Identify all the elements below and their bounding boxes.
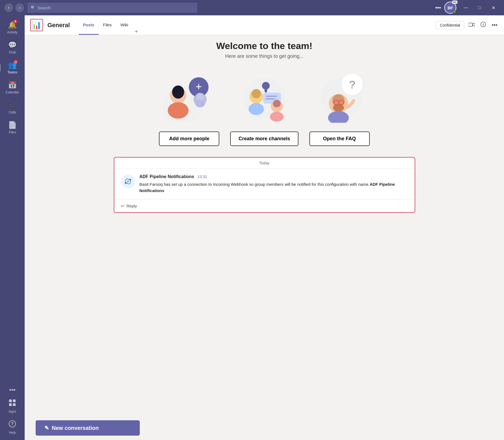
close-button[interactable]: ✕	[487, 3, 500, 12]
action-row: Add more people Create more channels Ope…	[36, 132, 493, 146]
sidebar-label-apps: Apps	[8, 410, 16, 413]
search-bar[interactable]: 🔍 Search	[27, 3, 197, 13]
svg-point-11	[168, 102, 189, 119]
message-section: Today	[114, 157, 415, 213]
reply-section[interactable]: ↩ Reply	[114, 199, 415, 212]
svg-rect-2	[9, 403, 12, 406]
new-conversation-icon: ✎	[44, 425, 49, 431]
message-sender: ADF Pipeline Notifications	[139, 174, 194, 179]
new-conversation-label: New conversation	[52, 425, 99, 431]
illustration-row: +	[36, 68, 493, 123]
title-bar: ‹ › 🔍 Search ••• BF MS — □ ✕	[0, 0, 504, 15]
svg-rect-3	[13, 403, 16, 406]
illustration-create-channels	[234, 68, 295, 123]
channel-name: General	[47, 22, 70, 29]
sidebar-item-activity[interactable]: 🔔 8 Activity	[1, 18, 23, 37]
window-controls: — □ ✕	[460, 3, 500, 12]
video-call-button[interactable]	[468, 21, 476, 29]
svg-point-21	[252, 89, 261, 98]
svg-point-16	[196, 93, 204, 101]
sidebar-item-calendar[interactable]: 📅 Calendar	[1, 78, 23, 97]
svg-point-45	[127, 181, 129, 182]
sidebar-bottom: Apps ? Help	[1, 396, 23, 438]
titlebar-more-button[interactable]: •••	[435, 5, 441, 11]
new-conversation-bar: ✎ New conversation	[25, 416, 504, 440]
sidebar-item-apps[interactable]: Apps	[1, 396, 23, 416]
svg-text:?: ?	[11, 422, 14, 426]
teams-icon: 👥 @	[8, 61, 17, 69]
sidebar-label-help: Help	[9, 431, 16, 435]
help-icon: ?	[8, 420, 16, 430]
tab-files[interactable]: Files	[99, 15, 116, 35]
channel-header-right: Confidential i •••	[436, 20, 499, 30]
illustration-add-people: +	[158, 68, 218, 123]
sidebar-item-files[interactable]: 📄 Files	[1, 118, 23, 137]
svg-text:i: i	[483, 22, 484, 27]
more-apps-dots[interactable]: •••	[7, 384, 18, 396]
apps-icon	[8, 399, 16, 408]
add-people-svg: +	[158, 68, 218, 123]
sidebar-label-teams: Teams	[7, 70, 17, 74]
message-header: ADF Pipeline Notifications 13:31	[139, 174, 408, 179]
welcome-subtitle: Here are some things to get going...	[36, 53, 493, 59]
tab-wiki[interactable]: Wiki	[116, 15, 132, 35]
message-text: Basit Farooq has set up a connection to …	[139, 181, 408, 194]
svg-rect-6	[469, 23, 472, 26]
sidebar-label-chat: Chat	[9, 50, 16, 54]
maximize-button[interactable]: □	[473, 3, 486, 12]
main-content: Welcome to the team! Here are some thing…	[25, 35, 504, 416]
svg-point-20	[249, 103, 264, 115]
svg-text:+: +	[195, 81, 202, 93]
sidebar-label-calendar: Calendar	[6, 90, 19, 94]
back-button[interactable]: ‹	[4, 3, 13, 12]
online-indicator	[453, 10, 456, 13]
search-placeholder: Search	[38, 5, 51, 10]
nav-buttons: ‹ ›	[4, 3, 24, 12]
teams-badge: @	[13, 60, 18, 64]
open-faq-button[interactable]: Open the FAQ	[309, 132, 370, 146]
sidebar-item-teams[interactable]: 👥 @ Teams	[1, 58, 23, 77]
svg-point-12	[172, 85, 184, 99]
welcome-section: Welcome to the team! Here are some thing…	[36, 41, 493, 59]
sidebar-item-calls[interactable]: 📞 Calls	[1, 98, 23, 117]
message-item: ADF Pipeline Notifications 13:31 Basit F…	[114, 169, 415, 199]
activity-badge: 8	[13, 20, 18, 23]
faq-svg: ?	[311, 68, 371, 123]
svg-point-28	[270, 112, 284, 122]
message-text-plain: Basit Farooq has set up a connection to …	[139, 182, 370, 187]
user-avatar-wrap[interactable]: BF MS	[444, 2, 456, 14]
today-label: Today	[114, 158, 415, 169]
files-icon: 📄	[8, 121, 17, 129]
illustration-faq: ?	[311, 68, 371, 123]
minimize-button[interactable]: —	[460, 3, 472, 12]
welcome-title: Welcome to the team!	[36, 41, 493, 51]
add-people-button[interactable]: Add more people	[159, 132, 219, 146]
svg-point-29	[273, 100, 281, 107]
ms-badge: MS	[452, 1, 458, 4]
activity-icon: 🔔 8	[8, 21, 17, 29]
sidebar-item-help[interactable]: ? Help	[1, 417, 23, 437]
confidential-button[interactable]: Confidential	[436, 21, 464, 29]
create-channels-button[interactable]: Create more channels	[230, 132, 298, 146]
sidebar-item-chat[interactable]: 💬 Chat	[1, 38, 23, 57]
svg-point-43	[125, 182, 127, 184]
forward-button[interactable]: ›	[15, 3, 24, 12]
add-tab-button[interactable]: +	[133, 28, 140, 35]
tab-posts[interactable]: Posts	[79, 15, 99, 35]
svg-line-40	[344, 102, 344, 103]
sidebar-label-files: Files	[9, 130, 16, 134]
content-area: 📊 General Posts Files Wiki + Confidentia…	[25, 15, 504, 440]
info-button[interactable]: i	[479, 20, 487, 30]
sidebar-label-calls: Calls	[9, 110, 16, 114]
channel-header: 📊 General Posts Files Wiki + Confidentia…	[25, 15, 504, 35]
calls-icon: 📞	[8, 101, 17, 109]
reply-label: Reply	[127, 204, 137, 208]
new-conversation-button[interactable]: ✎ New conversation	[36, 420, 140, 436]
message-avatar	[121, 174, 135, 188]
svg-line-39	[333, 102, 334, 103]
calendar-icon: 📅	[8, 81, 17, 89]
title-bar-right: ••• BF MS — □ ✕	[435, 2, 500, 14]
svg-text:?: ?	[349, 79, 355, 91]
chat-icon: 💬	[8, 41, 17, 49]
channel-more-button[interactable]: •••	[491, 21, 499, 29]
